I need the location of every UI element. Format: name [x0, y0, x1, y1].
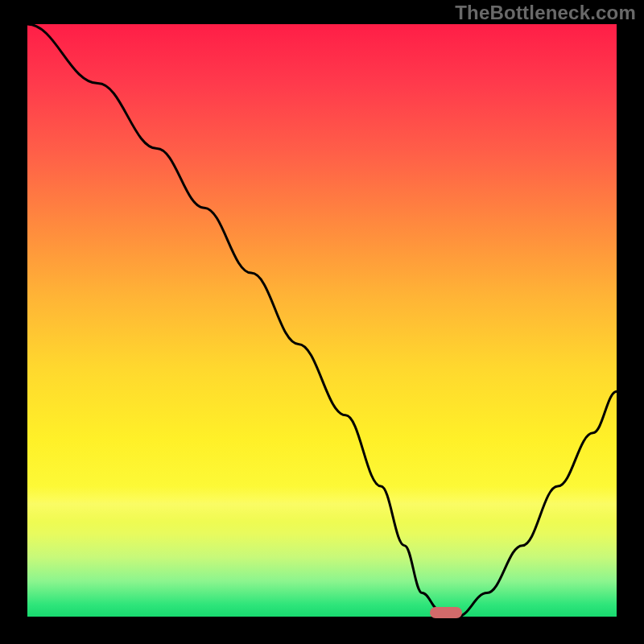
optimal-marker: [430, 607, 462, 618]
chart-frame: TheBottleneck.com: [0, 0, 644, 644]
plot-area: [27, 24, 617, 617]
curve-path: [27, 24, 617, 617]
watermark-text: TheBottleneck.com: [455, 2, 636, 24]
bottleneck-curve: [27, 24, 617, 617]
